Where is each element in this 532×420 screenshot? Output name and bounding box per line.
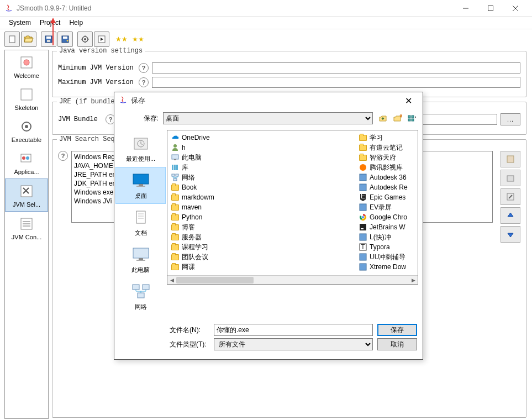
close-button[interactable] — [503, 1, 528, 16]
scroll-thumb[interactable] — [176, 277, 254, 284]
compile-button[interactable] — [77, 32, 93, 47]
star-button-1[interactable]: ★★ — [114, 32, 129, 47]
horizontal-scrollbar[interactable]: ◀ ▶ — [167, 275, 418, 284]
add-button[interactable] — [501, 151, 520, 167]
up-folder-icon[interactable] — [377, 113, 388, 124]
scroll-left-button[interactable]: ◀ — [167, 276, 176, 285]
sidebar-item-executable[interactable]: Executable — [5, 114, 48, 146]
sidebar-item-jvm-config[interactable]: JVM Con... — [5, 212, 48, 244]
remove-button[interactable] — [501, 170, 520, 186]
place-network[interactable]: 网络 — [115, 278, 166, 315]
svg-rect-67 — [172, 174, 175, 176]
file-item[interactable]: JetBrains W — [355, 222, 418, 232]
run-button[interactable] — [94, 32, 109, 47]
svg-marker-35 — [508, 233, 513, 237]
max-jvm-input[interactable] — [152, 77, 520, 88]
svg-rect-45 — [139, 184, 143, 186]
menu-help[interactable]: Help — [65, 18, 87, 28]
sidebar-item-jvm-selection[interactable]: JVM Sel... — [5, 179, 48, 212]
file-item[interactable]: Autodesk 36 — [355, 172, 418, 182]
bundle-label: JVM Bundle — [58, 116, 102, 123]
sidebar-label: JVM Sel... — [13, 201, 40, 208]
sidebar-item-skeleton[interactable]: Skeleton — [5, 82, 48, 114]
file-item[interactable]: Xtreme Dow — [355, 262, 418, 272]
svg-point-25 — [25, 125, 28, 128]
help-icon[interactable]: ? — [139, 77, 149, 87]
scroll-right-button[interactable]: ▶ — [409, 276, 418, 285]
svg-rect-54 — [133, 285, 139, 290]
svg-rect-76 — [360, 184, 366, 191]
file-item[interactable]: 腾讯影视库 — [355, 162, 418, 172]
dialog-close-button[interactable]: ✕ — [398, 93, 418, 108]
new-button[interactable] — [4, 32, 20, 47]
view-icon[interactable] — [406, 113, 417, 124]
file-item[interactable]: 有道云笔记 — [355, 143, 418, 153]
file-item[interactable]: Autodesk Re — [355, 182, 418, 192]
file-item[interactable]: 库 — [167, 162, 355, 172]
file-item[interactable]: 此电脑 — [167, 153, 355, 162]
save-as-button[interactable] — [57, 32, 73, 47]
file-item[interactable]: Python — [167, 212, 355, 222]
cancel-button[interactable]: 取消 — [377, 338, 417, 350]
minimize-button[interactable] — [453, 1, 478, 16]
folder-icon — [359, 153, 367, 162]
star-button-2[interactable]: ★★ — [130, 32, 146, 47]
file-item[interactable]: Google Chro — [355, 212, 418, 222]
file-item[interactable]: 网络 — [167, 172, 355, 182]
min-jvm-input[interactable] — [152, 62, 520, 74]
file-item[interactable]: h — [167, 143, 355, 153]
file-item[interactable]: EV录屏 — [355, 202, 418, 212]
place-recent[interactable]: 最近使用... — [115, 130, 166, 167]
save-in-select[interactable]: 桌面 — [163, 112, 373, 124]
move-down-button[interactable] — [501, 226, 520, 243]
place-thispc[interactable]: 此电脑 — [115, 241, 166, 278]
svg-rect-75 — [360, 174, 366, 181]
place-desktop[interactable]: 桌面 — [115, 167, 166, 204]
new-folder-icon[interactable]: ✷ — [392, 113, 403, 124]
open-button[interactable] — [21, 32, 36, 47]
file-item[interactable]: TTypora — [355, 242, 418, 252]
file-item[interactable]: 团队会议 — [167, 252, 355, 262]
help-icon[interactable]: ? — [58, 151, 68, 161]
folder-icon — [171, 233, 180, 242]
sidebar-item-application[interactable]: Applica... — [5, 146, 48, 179]
svg-rect-69 — [173, 179, 177, 181]
menu-project[interactable]: Project — [35, 18, 65, 28]
filename-input[interactable] — [214, 324, 373, 336]
file-item[interactable]: 服务器 — [167, 232, 355, 242]
file-item[interactable]: 博客 — [167, 222, 355, 232]
svg-point-74 — [360, 164, 366, 171]
place-documents[interactable]: 文档 — [115, 204, 166, 241]
file-item[interactable]: markdowm — [167, 192, 355, 202]
help-icon[interactable]: ? — [139, 63, 149, 73]
filename-label: 文件名(N): — [170, 326, 209, 335]
edit-button[interactable] — [501, 188, 520, 205]
app-icon — [359, 253, 367, 261]
executable-icon — [18, 118, 35, 135]
file-label: 网络 — [182, 173, 195, 182]
file-item[interactable]: EEpic Games — [355, 192, 418, 202]
maximize-button[interactable] — [478, 1, 503, 16]
svg-rect-52 — [139, 258, 143, 260]
file-item[interactable]: maven — [167, 202, 355, 212]
sidebar-item-welcome[interactable]: Welcome — [5, 50, 48, 82]
save-button[interactable]: 保存 — [377, 324, 417, 336]
menu-system[interactable]: System — [4, 18, 35, 28]
file-item[interactable]: UU冲刺辅导 — [355, 252, 418, 262]
file-item[interactable]: OneDrive — [167, 133, 355, 143]
filetype-select[interactable]: 所有文件 — [214, 338, 373, 350]
svg-rect-68 — [176, 174, 178, 176]
file-item[interactable]: 学习 — [355, 133, 418, 143]
net-icon — [171, 173, 180, 182]
file-item[interactable]: Book — [167, 182, 355, 192]
save-button[interactable] — [41, 32, 56, 47]
move-up-button[interactable] — [501, 207, 520, 224]
file-item[interactable]: 智游天府 — [355, 153, 418, 162]
file-item[interactable]: L(快)冲 — [355, 232, 418, 242]
sidebar-label: Skeleton — [15, 104, 39, 111]
file-item[interactable]: 网课 — [167, 262, 355, 272]
svg-rect-83 — [360, 234, 366, 240]
browse-button[interactable]: ... — [501, 113, 520, 125]
file-item[interactable]: 课程学习 — [167, 242, 355, 252]
file-list[interactable]: OneDriveh此电脑库网络BookmarkdowmmavenPython博客… — [167, 130, 418, 285]
